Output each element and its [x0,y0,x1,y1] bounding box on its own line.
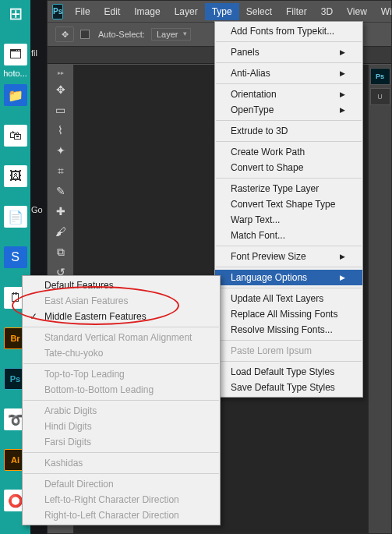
menu-select[interactable]: Select [239,3,279,20]
submenu-item-bottom-to-bottom-leading: Bottom-to-Bottom Leading [23,382,220,398]
menu-file[interactable]: File [68,3,97,20]
lasso-tool-icon[interactable]: ⌇ [50,121,72,140]
menu-separator [23,363,219,364]
move-tool-icon[interactable]: ✥ [50,80,72,99]
submenu-item-middle-eastern-features[interactable]: Middle Eastern Features [23,309,220,324]
menu-item-create-work-path[interactable]: Create Work Path [215,144,362,160]
submenu-item-farsi-digits: Farsi Digits [23,434,220,450]
menu-item-convert-to-shape[interactable]: Convert to Shape [215,160,362,175]
menu-item-match-font[interactable]: Match Font... [215,228,362,243]
menubar: Ps FileEditImageLayerTypeSelectFilter3DV… [48,1,391,22]
menu-separator [216,141,362,142]
menu-item-resolve-missing-fonts[interactable]: Resolve Missing Fonts... [215,322,362,338]
menu-image[interactable]: Image [127,3,167,20]
submenu-item-arabic-digits: Arabic Digits [23,403,220,419]
menu-item-label: Save Default Type Styles [231,382,335,393]
menu-wi[interactable]: Wi [374,3,392,20]
submenu-item-default-features[interactable]: Default Features [23,278,220,293]
menu-separator [216,83,362,84]
menu-item-label: Create Work Path [231,147,305,157]
ps-logo-icon[interactable]: Ps [52,4,63,19]
menu-separator [216,41,362,42]
menu-separator [216,246,362,246]
menu-item-label: OpenType [231,104,274,115]
partial-text: Go [31,205,43,214]
submenu-item-kashidas: Kashidas [23,455,220,471]
marquee-tool-icon[interactable]: ▭ [50,101,72,119]
desktop-app-icon[interactable]: 🛍 [4,125,27,147]
menu-3d[interactable]: 3D [314,3,340,20]
menu-item-extrude-to-3d[interactable]: Extrude to 3D [215,123,362,139]
submenu-arrow-icon: ▶ [340,69,345,77]
heal-tool-icon[interactable]: ✚ [50,202,72,221]
menu-item-label: Update All Text Layers [231,293,323,304]
menu-item-warp-text[interactable]: Warp Text... [215,212,362,228]
submenu-item-east-asian-features: East Asian Features [23,293,220,309]
submenu-arrow-icon: ▶ [340,106,345,114]
submenu-item-left-to-right-character-direction: Left-to-Right Character Direction [23,492,220,507]
menu-item-font-preview-size[interactable]: Font Preview Size▶ [215,249,362,264]
submenu-arrow-icon: ▶ [340,90,345,98]
menu-item-orientation[interactable]: Orientation▶ [215,87,362,102]
menu-item-replace-all-missing-fonts[interactable]: Replace All Missing Fonts [215,306,362,322]
menu-type[interactable]: Type [205,3,239,20]
menu-item-rasterize-type-layer[interactable]: Rasterize Type Layer [215,181,362,196]
menu-item-label: Warp Text... [231,214,280,225]
menu-item-paste-lorem-ipsum: Paste Lorem Ipsum [215,343,362,359]
layer-combo[interactable]: Layer [151,28,192,41]
menu-item-save-default-type-styles[interactable]: Save Default Type Styles [215,380,362,395]
stamp-tool-icon[interactable]: ⧉ [50,242,72,261]
submenu-arrow-icon: ▶ [340,48,345,56]
desktop-app-icon[interactable]: 📄 [4,206,27,228]
menu-filter[interactable]: Filter [279,3,314,20]
eyedropper-tool-icon[interactable]: ✎ [50,182,72,200]
menu-item-language-options[interactable]: Language Options▶ [215,270,362,285]
menu-item-label: Rasterize Type Layer [231,183,319,194]
windows-icon[interactable]: ⊞ [4,3,27,25]
desktop-app-icon[interactable]: S [4,246,27,268]
panel-mini-icon[interactable]: U [370,88,390,105]
brush-tool-icon[interactable]: 🖌 [50,222,72,241]
menu-separator [23,327,219,327]
desktop-app-icon[interactable]: 🖼 [4,165,27,187]
menu-item-load-default-type-styles[interactable]: Load Default Type Styles [215,364,362,380]
auto-select-label: Auto-Select: [98,30,145,39]
menu-item-label: Extrude to 3D [231,126,288,136]
menu-layer[interactable]: Layer [168,3,205,20]
submenu-item-standard-vertical-roman-alignment: Standard Vertical Roman Alignment [23,330,220,345]
menu-separator [216,178,362,179]
menu-item-panels[interactable]: Panels▶ [215,44,362,60]
menu-separator [216,340,362,341]
partial-text: fil [31,48,37,58]
submenu-item-default-direction: Default Direction [23,476,220,492]
submenu-item-right-to-left-character-direction: Right-to-Left Character Direction [23,507,220,523]
menu-item-anti-alias[interactable]: Anti-Alias▶ [215,65,362,81]
menu-item-label: Resolve Missing Fonts... [231,324,333,335]
menu-edit[interactable]: Edit [97,3,128,20]
auto-select-checkbox[interactable] [80,30,90,39]
desktop-app-icon[interactable]: 📁 [4,84,27,106]
language-options-submenu: Default FeaturesEast Asian FeaturesMiddl… [22,275,221,525]
desktop-app-icon[interactable]: 🗔 [4,44,27,65]
move-tool-icon[interactable]: ✥ [55,27,74,42]
menu-item-label: Convert to Shape [231,162,303,173]
menu-separator [23,452,219,453]
menu-item-label: Convert Text Shape Type [231,199,335,210]
panel-mini-icon[interactable]: Ps [370,68,390,85]
menu-item-add-fonts-from-typekit[interactable]: Add Fonts from Typekit... [215,23,362,39]
menu-separator [216,62,362,63]
menu-item-label: Panels [231,47,260,58]
toolbar-collapse-icon[interactable]: ▸▸ [58,69,64,79]
menu-separator [23,473,219,474]
menu-item-label: Anti-Alias [231,68,270,79]
wand-tool-icon[interactable]: ✦ [50,141,72,160]
crop-tool-icon[interactable]: ⌗ [50,161,72,180]
type-menu-dropdown: Add Fonts from Typekit...Panels▶Anti-Ali… [214,21,363,398]
menu-view[interactable]: View [340,3,374,20]
menu-item-update-all-text-layers[interactable]: Update All Text Layers [215,291,362,306]
menu-item-opentype[interactable]: OpenType▶ [215,102,362,118]
menu-item-label: Orientation [231,89,277,100]
submenu-item-top-to-top-leading: Top-to-Top Leading [23,366,220,382]
menu-item-convert-text-shape-type[interactable]: Convert Text Shape Type [215,196,362,212]
menu-item-label: Add Fonts from Typekit... [231,26,334,37]
